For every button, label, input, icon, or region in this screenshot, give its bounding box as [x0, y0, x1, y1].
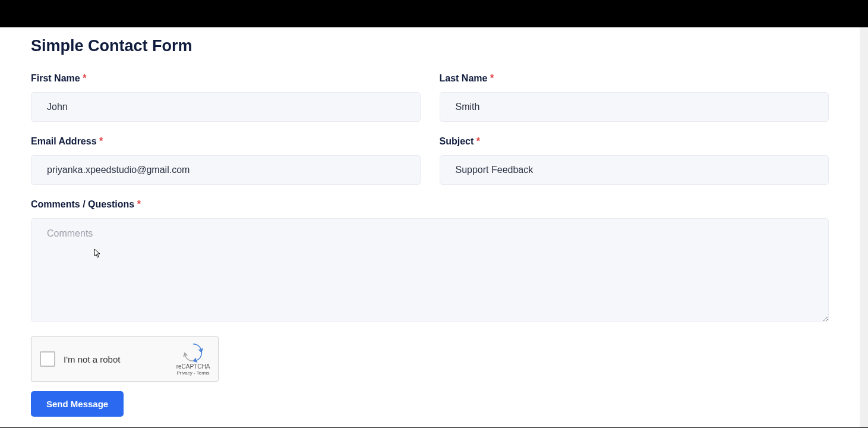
required-star: * [83, 73, 86, 83]
form-container: Simple Contact Form First Name * Last Na… [0, 27, 860, 427]
form-row-2: Email Address * Subject * [31, 136, 829, 185]
required-star: * [476, 136, 480, 146]
comments-label-text: Comments / Questions [31, 199, 134, 209]
recaptcha-icon [183, 342, 203, 363]
recaptcha-links: Privacy - Terms [177, 370, 210, 376]
content-wrapper: Simple Contact Form First Name * Last Na… [0, 27, 868, 427]
recaptcha-separator: - [192, 370, 197, 376]
last-name-input[interactable] [440, 92, 829, 122]
subject-group: Subject * [440, 136, 829, 185]
comments-group: Comments / Questions * [31, 199, 829, 322]
last-name-label: Last Name * [440, 73, 829, 84]
recaptcha-widget: I'm not a robot reCAPTCHA Privacy - Term… [31, 336, 219, 382]
email-input[interactable] [31, 155, 421, 185]
form-row-3: Comments / Questions * [31, 199, 829, 322]
subject-label: Subject * [440, 136, 829, 147]
subject-input[interactable] [440, 155, 829, 185]
last-name-group: Last Name * [440, 73, 829, 122]
form-row-1: First Name * Last Name * [31, 73, 829, 122]
first-name-label-text: First Name [31, 73, 80, 83]
email-label-text: Email Address [31, 136, 97, 146]
email-group: Email Address * [31, 136, 421, 185]
subject-label-text: Subject [440, 136, 474, 146]
required-star: * [490, 73, 494, 83]
recaptcha-brand-text: reCAPTCHA [176, 363, 210, 370]
required-star: * [99, 136, 103, 146]
recaptcha-checkbox[interactable] [40, 351, 55, 367]
last-name-label-text: Last Name [440, 73, 488, 83]
first-name-input[interactable] [31, 92, 421, 122]
recaptcha-privacy-link[interactable]: Privacy [177, 370, 192, 376]
recaptcha-branding: reCAPTCHA Privacy - Terms [175, 342, 211, 376]
top-black-bar [0, 0, 868, 27]
first-name-group: First Name * [31, 73, 421, 122]
scrollbar-track[interactable] [860, 27, 868, 427]
comments-label: Comments / Questions * [31, 199, 829, 210]
recaptcha-terms-link[interactable]: Terms [197, 370, 210, 376]
first-name-label: First Name * [31, 73, 421, 84]
page-title: Simple Contact Form [31, 37, 829, 55]
email-label: Email Address * [31, 136, 421, 147]
recaptcha-label: I'm not a robot [64, 354, 175, 364]
required-star: * [137, 199, 141, 209]
send-message-button[interactable]: Send Message [31, 391, 124, 417]
comments-textarea[interactable] [31, 218, 829, 322]
